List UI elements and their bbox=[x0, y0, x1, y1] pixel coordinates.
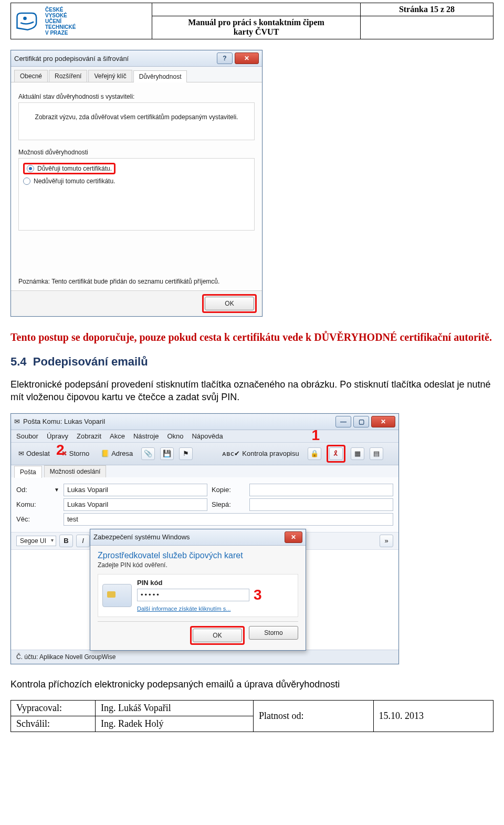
address-icon: 📒 bbox=[101, 450, 109, 457]
to-label: Komu: bbox=[16, 500, 50, 508]
annotation-1: 1 bbox=[311, 427, 320, 444]
bcc-label: Slepá: bbox=[212, 500, 245, 508]
page-number: Stránka 15 z 28 bbox=[361, 3, 494, 16]
subject-field[interactable]: test bbox=[64, 513, 393, 526]
footer-valid-value: 15.10. 2013 bbox=[373, 700, 493, 732]
attach-icon[interactable]: 📎 bbox=[141, 447, 155, 460]
toolbar-icon-a[interactable]: ▦ bbox=[351, 447, 364, 460]
toolbar-icon-b[interactable]: ▤ bbox=[370, 447, 383, 460]
section-heading: 5.4 Podepisování emailů bbox=[10, 355, 494, 369]
send-icon: ✉ bbox=[18, 450, 24, 457]
cc-field[interactable] bbox=[249, 484, 393, 496]
annotation-3: 3 bbox=[254, 587, 262, 603]
section-paragraph: Elektronické podepsání provedení stisknu… bbox=[10, 378, 494, 404]
more-icon[interactable]: » bbox=[380, 535, 393, 547]
subject-label: Věc: bbox=[16, 515, 50, 523]
menu-window[interactable]: Okno bbox=[167, 432, 183, 440]
cvut-lion-icon bbox=[13, 11, 42, 32]
pin-label: PIN kód bbox=[137, 579, 293, 587]
page-header: ČESKÉ VYSOKÉ UČENÍ TECHNICKÉ V PRAZE Str… bbox=[10, 3, 494, 39]
cc-label: Kopie: bbox=[212, 486, 245, 494]
svg-point-0 bbox=[23, 17, 27, 20]
pin-cancel-button[interactable]: Storno bbox=[249, 626, 298, 640]
pin-dialog: Zabezpečení systému Windows ✕ Zprostředk… bbox=[90, 529, 306, 651]
dialog-tabs: Obecné Rozšíření Veřejný klíč Důvěryhodn… bbox=[11, 67, 262, 82]
help-icon[interactable]: ? bbox=[217, 53, 233, 64]
doc-title: Manuál pro práci s kontaktním čipem kart… bbox=[152, 16, 361, 39]
spellcheck-button[interactable]: ᴀʙᴄ✔ Kontrola pravopisu bbox=[219, 448, 302, 458]
italic-icon[interactable]: I bbox=[76, 535, 90, 547]
sign-icon[interactable]: 🎗 bbox=[329, 447, 343, 460]
mail-icon: ✉ bbox=[14, 417, 20, 425]
pin-heading: Zprostředkovatel služeb čipových karet bbox=[98, 551, 298, 560]
pin-input[interactable]: ••••• bbox=[137, 589, 249, 601]
email-window: ✉ Pošta Komu: Lukas Voparil — ▢ ✕ Soubor… bbox=[10, 413, 399, 664]
from-label: Od: bbox=[16, 486, 50, 494]
pin-subtext: Zadejte PIN kód ověření. bbox=[98, 561, 298, 569]
radio-notrust[interactable] bbox=[23, 177, 30, 185]
footer-approver-label: Schválil: bbox=[11, 716, 96, 732]
lock-icon[interactable]: 🔒 bbox=[308, 447, 321, 460]
radio-notrust-label: Nedůvěřuji tomuto certifikátu. bbox=[34, 177, 115, 185]
trust-options-label: Možnosti důvěryhodnosti bbox=[18, 149, 255, 156]
menu-help[interactable]: Nápověda bbox=[192, 432, 223, 440]
warning-text: Tento postup se doporučuje, pouze pokud … bbox=[10, 330, 494, 344]
radio-trust-label: Důvěřuji tomuto certifikátu. bbox=[37, 165, 112, 172]
flag-icon[interactable]: ⚑ bbox=[179, 447, 193, 460]
footer-author-value: Ing. Lukáš Vopařil bbox=[96, 700, 254, 716]
subtab-send-options[interactable]: Možnosti odeslání bbox=[44, 465, 107, 477]
document-footer: Vypracoval: Ing. Lukáš Vopařil Platnost … bbox=[10, 700, 494, 732]
spell-icon: ᴀʙᴄ✔ bbox=[222, 450, 240, 457]
highlight-pin-ok: OK bbox=[190, 626, 245, 645]
highlight-trust-radio: Důvěřuji tomuto certifikátu. bbox=[23, 163, 116, 174]
logo-text: ČESKÉ VYSOKÉ UČENÍ TECHNICKÉ V PRAZE bbox=[45, 7, 76, 36]
below-email-text: Kontrola příchozích elektronicky podepsa… bbox=[10, 678, 494, 691]
highlight-sign-button: 🎗 bbox=[327, 445, 345, 463]
status-bar: Č. účtu: Aplikace Novell GroupWise bbox=[11, 650, 398, 664]
save-icon[interactable]: 💾 bbox=[160, 447, 174, 460]
footer-valid-label: Platnost od: bbox=[254, 700, 374, 732]
certificate-dialog: Certifikát pro podepisování a šifrování … bbox=[10, 50, 262, 317]
ok-button[interactable]: OK bbox=[205, 297, 254, 310]
menu-actions[interactable]: Akce bbox=[110, 432, 125, 440]
tab-public-key[interactable]: Veřejný klíč bbox=[88, 70, 132, 82]
highlight-ok-button: OK bbox=[202, 294, 257, 313]
annotation-2: 2 bbox=[56, 442, 65, 458]
menu-file[interactable]: Soubor bbox=[16, 432, 38, 440]
dialog-note: Poznámka: Tento certifikát bude přidán d… bbox=[18, 278, 255, 285]
tab-extensions[interactable]: Rozšíření bbox=[49, 70, 87, 82]
menu-view[interactable]: Zobrazit bbox=[77, 432, 101, 440]
to-field[interactable]: Lukas Voparil bbox=[64, 498, 207, 511]
menu-edit[interactable]: Úpravy bbox=[47, 432, 68, 440]
trust-state-label: Aktuální stav důvěryhodnosti s vystavite… bbox=[18, 93, 255, 100]
close-icon[interactable]: ✕ bbox=[371, 416, 395, 427]
trust-state-text: Zobrazit výzvu, zda důvěřovat všem certi… bbox=[18, 102, 255, 140]
tab-general[interactable]: Obecné bbox=[14, 70, 48, 82]
footer-approver-value: Ing. Radek Holý bbox=[96, 716, 254, 732]
minimize-icon[interactable]: — bbox=[335, 416, 351, 427]
close-icon[interactable]: ✕ bbox=[285, 531, 302, 543]
dialog-title: Certifikát pro podepisování a šifrování bbox=[14, 55, 129, 62]
send-button[interactable]: ✉ Odeslat bbox=[15, 448, 53, 458]
email-body-editor[interactable]: Zabezpečení systému Windows ✕ Zprostředk… bbox=[11, 549, 398, 650]
maximize-icon[interactable]: ▢ bbox=[353, 416, 369, 427]
menu-bar: Soubor Úpravy Zobrazit Akce Nástroje Okn… bbox=[11, 430, 398, 443]
pin-dialog-title: Zabezpečení systému Windows bbox=[93, 533, 190, 541]
tab-trust[interactable]: Důvěryhodnost bbox=[133, 70, 187, 82]
radio-trust[interactable] bbox=[27, 165, 34, 172]
pin-ok-button[interactable]: OK bbox=[193, 629, 242, 642]
bcc-field[interactable] bbox=[249, 498, 393, 511]
email-window-title: Pošta Komu: Lukas Voparil bbox=[23, 417, 105, 425]
from-field[interactable]: Lukas Voparil bbox=[64, 484, 207, 496]
subtab-mail[interactable]: Pošta bbox=[14, 466, 42, 478]
font-selector[interactable]: Segoe UI bbox=[16, 536, 56, 546]
address-button[interactable]: 📒 Adresa bbox=[98, 448, 136, 458]
menu-tools[interactable]: Nástroje bbox=[133, 432, 159, 440]
pin-more-info-link[interactable]: Další informace získáte kliknutím s... bbox=[137, 605, 231, 612]
smartcard-icon bbox=[102, 584, 132, 607]
footer-author-label: Vypracoval: bbox=[11, 700, 96, 716]
bold-icon[interactable]: B bbox=[59, 535, 73, 547]
close-icon[interactable]: ✕ bbox=[235, 53, 259, 64]
email-toolbar: ✉ Odeslat 2 ✖ Storno 📒 Adresa 📎 💾 ⚑ ᴀʙᴄ✔ bbox=[11, 443, 398, 465]
